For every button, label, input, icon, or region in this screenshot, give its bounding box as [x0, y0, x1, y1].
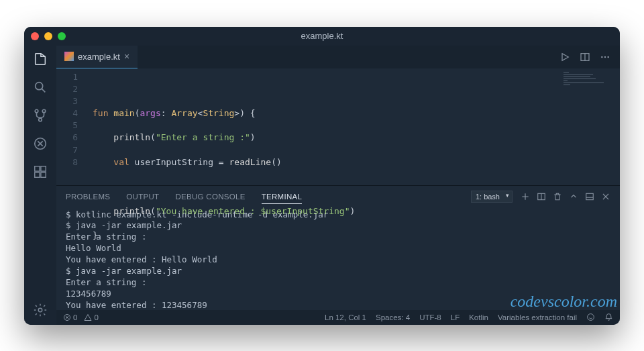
- titlebar: example.kt: [24, 27, 620, 46]
- terminal-selector[interactable]: 1: bash ▾: [471, 191, 513, 203]
- terminal-line: You have entered : 123456789: [66, 300, 610, 310]
- line-number: 1: [56, 71, 78, 83]
- svg-rect-6: [41, 166, 46, 170]
- svg-point-0: [36, 82, 43, 89]
- activity-bar: [24, 46, 56, 325]
- svg-rect-8: [41, 172, 46, 177]
- tab-bar: example.kt ×: [56, 46, 620, 68]
- cursor-position[interactable]: Ln 12, Col 1: [325, 313, 366, 321]
- code-line: val userInputString = readLine(): [93, 156, 620, 168]
- language-mode[interactable]: Kotlin: [469, 313, 488, 321]
- line-number: 4: [56, 107, 78, 119]
- feedback-icon[interactable]: [586, 313, 595, 321]
- encoding[interactable]: UTF-8: [419, 313, 441, 321]
- notifications-icon[interactable]: [604, 313, 613, 321]
- search-icon[interactable]: [32, 79, 48, 95]
- tab-close-icon[interactable]: ×: [124, 51, 129, 62]
- status-bar: 0 0 Ln 12, Col 1 Spaces: 4 UTF-8 LF Kotl…: [56, 310, 620, 325]
- svg-point-9: [38, 308, 42, 312]
- maximize-window-button[interactable]: [58, 32, 66, 40]
- code-line: [93, 83, 620, 95]
- line-number: 5: [56, 119, 78, 132]
- minimize-window-button[interactable]: [44, 32, 52, 40]
- svg-rect-5: [35, 166, 40, 170]
- indentation[interactable]: Spaces: 4: [376, 313, 410, 321]
- traffic-lights: [31, 32, 66, 40]
- code-line: }: [93, 230, 620, 242]
- code-line: [93, 254, 620, 266]
- line-gutter: 1 2 3 4 5 6 7 8: [56, 68, 85, 185]
- svg-point-3: [39, 118, 42, 121]
- svg-point-17: [588, 314, 594, 321]
- code-line: [93, 181, 620, 193]
- code-content[interactable]: fun main(args: Array<String>) { println(…: [85, 68, 620, 185]
- settings-gear-icon[interactable]: [32, 302, 48, 318]
- explorer-icon[interactable]: [32, 51, 48, 67]
- errors-count[interactable]: 0: [63, 313, 77, 321]
- warnings-count[interactable]: 0: [84, 313, 98, 321]
- line-number: 7: [56, 144, 78, 156]
- svg-point-2: [42, 109, 46, 113]
- main-area: example.kt × 1: [56, 46, 620, 325]
- tab-filename: example.kt: [78, 52, 120, 62]
- svg-rect-7: [35, 172, 40, 177]
- tab-example-kt[interactable]: example.kt ×: [56, 46, 138, 68]
- debug-icon[interactable]: [32, 136, 48, 152]
- editor-window: example.kt: [24, 27, 620, 325]
- minimap[interactable]: [564, 71, 617, 111]
- window-body: example.kt × 1: [24, 46, 620, 325]
- code-editor[interactable]: 1 2 3 4 5 6 7 8 fun main(args: Array<Str…: [56, 68, 620, 185]
- code-line: println("Enter a string :"): [93, 132, 620, 144]
- source-control-icon[interactable]: [32, 107, 48, 123]
- kotlin-file-icon: [64, 52, 74, 61]
- line-number: 2: [56, 83, 78, 95]
- split-editor-icon[interactable]: [580, 52, 590, 62]
- close-window-button[interactable]: [31, 32, 39, 40]
- svg-point-12: [604, 56, 606, 57]
- code-line: println("You have entered : $userInputSt…: [93, 205, 620, 217]
- status-message[interactable]: Variables extraction fail: [498, 313, 577, 321]
- svg-point-13: [607, 56, 608, 57]
- svg-point-1: [35, 109, 38, 113]
- line-number: 8: [56, 156, 78, 168]
- editor-actions: [559, 46, 620, 68]
- line-number: 3: [56, 95, 78, 107]
- run-icon[interactable]: [559, 52, 570, 62]
- eol[interactable]: LF: [451, 313, 460, 321]
- line-number: 6: [56, 132, 78, 144]
- window-title: example.kt: [301, 31, 343, 41]
- code-line: fun main(args: Array<String>) {: [93, 107, 620, 119]
- extensions-icon[interactable]: [32, 164, 48, 180]
- svg-point-11: [601, 56, 602, 57]
- more-actions-icon[interactable]: [600, 52, 610, 62]
